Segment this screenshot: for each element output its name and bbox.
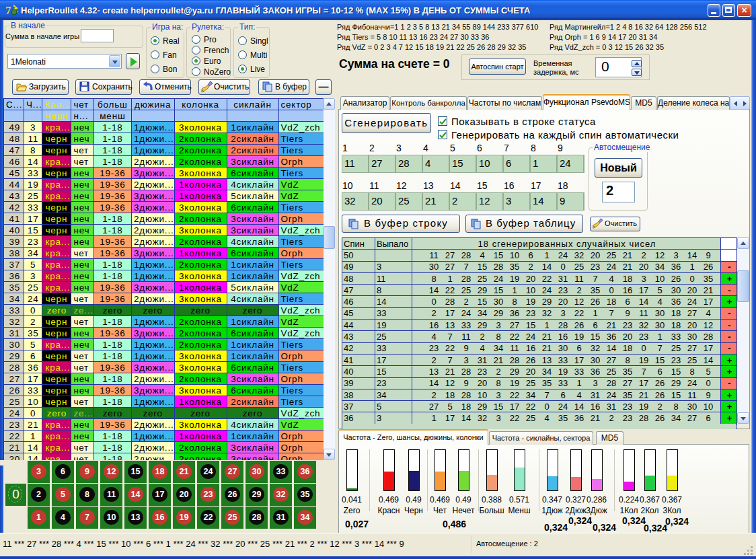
svg-text:7: 7: [5, 4, 11, 17]
